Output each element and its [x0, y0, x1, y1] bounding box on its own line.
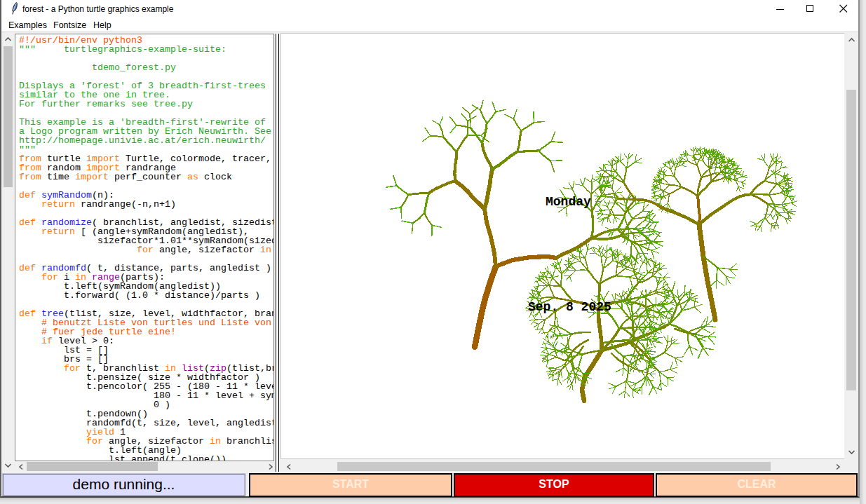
svg-text:Sep. 8 2025: Sep. 8 2025 [528, 300, 611, 314]
svg-text:Monday: Monday [546, 195, 591, 209]
